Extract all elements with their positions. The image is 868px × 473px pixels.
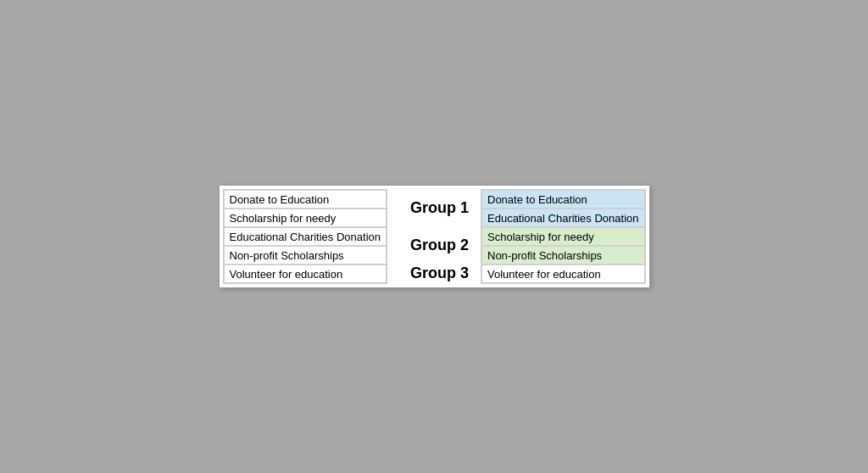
spreadsheet-container: Donate to Education Scholarship for need… (219, 185, 650, 288)
right-panel: Donate to Education Educational Charitie… (481, 189, 646, 284)
group-1-label: Group 1 (410, 189, 472, 226)
left-cell-4[interactable]: Non-profit Scholarships (224, 246, 387, 264)
left-cell-5[interactable]: Volunteer for education (224, 264, 387, 283)
left-panel: Donate to Education Scholarship for need… (223, 189, 388, 284)
right-cell-5[interactable]: Volunteer for education (481, 264, 645, 283)
left-cell-3[interactable]: Educational Charities Donation (224, 227, 387, 246)
right-cell-4[interactable]: Non-profit Scholarships (481, 246, 645, 264)
right-cell-1[interactable]: Donate to Education (481, 190, 645, 209)
right-cell-3[interactable]: Scholarship for needy (481, 227, 645, 246)
left-cell-2[interactable]: Scholarship for needy (224, 209, 387, 227)
group-3-label: Group 3 (410, 264, 472, 282)
right-cell-2[interactable]: Educational Charities Donation (481, 209, 645, 227)
left-cell-1[interactable]: Donate to Education (224, 190, 387, 209)
middle-panel: Group 1 Group 2 Group 3 (387, 189, 481, 284)
group-2-label: Group 2 (410, 226, 472, 264)
